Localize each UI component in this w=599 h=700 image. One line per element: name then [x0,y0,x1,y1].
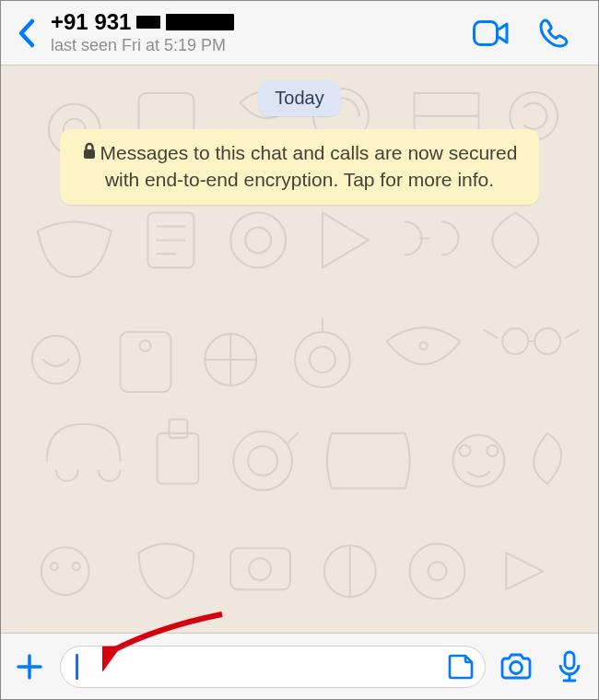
svg-point-15 [420,342,428,350]
voice-call-button[interactable] [535,15,572,52]
svg-point-13 [295,332,350,387]
svg-point-21 [248,446,277,476]
chat-header: +91 931 last seen Fri at 5:19 PM [1,1,598,65]
svg-point-11 [140,340,151,351]
svg-point-24 [51,563,58,570]
voice-record-button[interactable] [546,644,593,690]
text-cursor [76,654,78,680]
input-bar [1,633,598,699]
svg-point-22 [452,435,504,487]
back-button[interactable] [5,6,49,61]
svg-rect-18 [157,433,198,484]
svg-point-23 [41,547,89,595]
encryption-text: Messages to this chat and calls are now … [100,142,518,190]
svg-point-12 [205,334,256,386]
svg-rect-26 [230,548,290,589]
svg-point-8 [245,227,271,253]
encryption-banner[interactable]: Messages to this chat and calls are now … [60,129,539,205]
chat-body[interactable]: Today Messages to this chat and calls ar… [1,65,598,633]
svg-rect-0 [475,21,498,44]
phone-icon [538,18,570,49]
video-camera-icon [473,20,510,46]
camera-icon [499,653,533,681]
svg-point-29 [410,543,465,599]
svg-point-32 [511,661,523,673]
camera-button[interactable] [493,644,539,690]
date-chip: Today [258,80,340,116]
sticker-icon [447,653,475,681]
lock-icon [82,141,97,167]
svg-point-27 [249,558,271,580]
contact-last-seen: last seen Fri at 5:19 PM [51,36,473,55]
video-call-button[interactable] [473,15,510,52]
contact-info[interactable]: +91 931 last seen Fri at 5:19 PM [49,10,473,55]
message-input[interactable] [60,646,486,688]
svg-point-14 [310,347,335,373]
svg-rect-10 [121,332,171,392]
contact-phone: +91 931 [51,10,473,34]
redacted-segment [136,16,160,29]
sticker-button[interactable] [444,650,477,683]
svg-point-16 [502,328,528,354]
svg-point-30 [429,562,447,580]
svg-point-17 [534,328,560,354]
svg-point-20 [233,432,292,491]
svg-rect-31 [84,149,95,159]
svg-rect-33 [565,652,574,669]
chat-content: Today Messages to this chat and calls ar… [1,65,598,205]
redacted-segment [166,14,234,30]
svg-rect-6 [148,213,194,268]
svg-point-25 [73,563,80,570]
svg-point-7 [230,213,286,268]
plus-icon [15,652,44,682]
attach-button[interactable] [6,644,53,690]
svg-point-28 [324,545,376,597]
svg-point-9 [32,336,80,384]
svg-rect-19 [169,420,187,438]
microphone-icon [558,650,581,683]
chevron-left-icon [17,18,37,49]
header-actions [473,15,594,52]
